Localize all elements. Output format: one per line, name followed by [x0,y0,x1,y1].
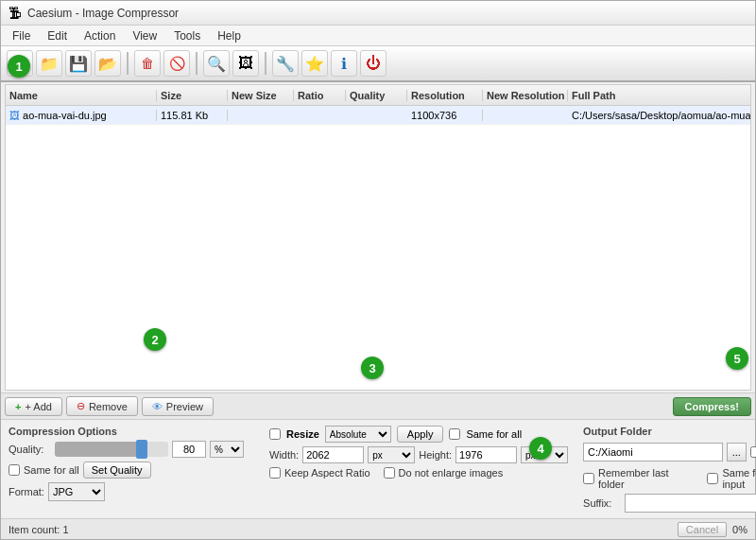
preview-btn[interactable]: 🔍 [203,50,230,77]
col-header-fullpath: Full Path [568,90,750,101]
toolbar-sep-3 [265,52,266,75]
output-title: Output Folder [583,426,756,437]
remove-circle-icon: ⊖ [77,400,85,412]
suffix-label: Suffix: [583,497,621,509]
power-btn[interactable]: ⏻ [360,50,387,77]
action-bar: + + Add ⊖ Remove 👁 Preview Compress! [1,393,755,420]
progress-area: Cancel 0% [678,522,747,537]
resize-same-all-check[interactable] [449,428,460,440]
same-for-all-label: Same for all [24,464,79,476]
col-header-size: Size [157,90,228,101]
add-icon: + [15,401,21,412]
progress-percent: 0% [732,524,747,535]
file-icon: 🖼 [9,110,23,121]
resize-section: Resize Absolute Apply Same for all Width… [269,426,568,513]
file-list-area: Name Size New Size Ratio Quality Resolut… [5,84,751,391]
toolbar-sep-2 [196,52,198,75]
cancel-button[interactable]: Cancel [678,522,727,537]
toolbar-sep-1 [127,52,129,75]
keep-structure-check[interactable] [750,446,756,458]
status-bar: Item count: 1 Cancel 0% [1,518,755,539]
image-btn[interactable]: 🖼 [232,50,259,77]
clear-btn[interactable]: 🚫 [163,50,190,77]
save-btn[interactable]: 💾 [65,50,92,77]
suffix-input[interactable] [625,494,756,513]
menu-view[interactable]: View [125,27,164,44]
menu-tools[interactable]: Tools [166,27,208,44]
open-file-btn[interactable]: 📁 [36,50,62,77]
col-header-newres: New Resolution [483,90,568,101]
remember-last-check[interactable] [583,473,594,484]
quality-label: Quality: [9,444,51,455]
col-header-ratio: Ratio [294,90,346,101]
keep-aspect-check[interactable] [269,467,281,479]
keep-aspect-label: Keep Aspect Ratio [284,467,370,479]
browse-button[interactable]: ... [727,443,746,462]
resize-same-label: Same for all [466,428,522,440]
width-unit-select[interactable]: px [368,446,415,463]
star-btn[interactable]: ⭐ [301,50,328,77]
settings-section: Compression Options Quality: % Same for … [1,420,755,518]
info-btn[interactable]: ℹ [331,50,357,77]
same-folder-check[interactable] [707,473,718,484]
height-label: Height: [419,449,452,461]
height-unit-select[interactable]: px [521,446,568,463]
add-button[interactable]: + + Add [5,397,62,416]
settings-btn[interactable]: 🔧 [272,50,299,77]
table-row[interactable]: 🖼 ao-mua-vai-du.jpg 115.81 Kb 1100x736 C… [6,106,750,125]
same-folder-label: Same folder as input [722,467,756,490]
col-header-resolution: Resolution [407,90,483,101]
file-size-cell: 115.81 Kb [157,110,228,121]
compression-title: Compression Options [9,426,254,437]
col-header-quality: Quality [346,90,407,101]
compression-options: Compression Options Quality: % Same for … [9,426,254,513]
format-select[interactable]: JPG PNG WEBP [48,482,105,501]
output-path-input[interactable] [583,443,723,462]
compress-button[interactable]: Compress! [673,397,751,416]
remove-btn[interactable]: 🗑 [134,50,161,77]
bottom-section: + + Add ⊖ Remove 👁 Preview Compress! Com… [1,392,755,539]
quality-unit-select[interactable]: % [210,441,244,458]
menu-action[interactable]: Action [77,27,123,44]
item-count: Item count: 1 [9,524,69,535]
menu-help[interactable]: Help [210,27,249,44]
set-quality-button[interactable]: Set Quality [83,462,151,479]
window-title: Caesium - Image Compressor [27,7,179,20]
menu-bar: File Edit Action View Tools Help [1,26,755,46]
toolbar: 📂 📁 💾 📂 🗑 🚫 🔍 🖼 🔧 ⭐ ℹ ⏻ [1,46,755,82]
app-icon: 🗜 [9,6,22,21]
no-enlarge-label: Do not enlarge images [399,467,504,479]
file-resolution-cell: 1100x736 [407,110,483,121]
remember-last-label: Remember last folder [598,467,694,490]
eye-icon: 👁 [152,401,163,412]
quality-number-input[interactable] [172,441,206,458]
col-header-name: Name [6,90,157,101]
resize-check[interactable] [269,428,281,440]
width-label: Width: [269,449,299,461]
format-label: Format: [9,486,44,497]
open2-btn[interactable]: 📂 [94,50,121,77]
preview-button[interactable]: 👁 Preview [142,397,214,416]
file-list-header: Name Size New Size Ratio Quality Resolut… [6,85,750,106]
resize-label: Resize [286,428,319,440]
file-list-body: 🖼 ao-mua-vai-du.jpg 115.81 Kb 1100x736 C… [6,106,750,390]
menu-file[interactable]: File [5,27,38,44]
height-input[interactable] [455,446,517,463]
resize-method-select[interactable]: Absolute [325,426,391,443]
output-section: Output Folder ... Keep Structure Remembe… [583,426,756,513]
file-fullpath-cell: C:/Users/sasa/Desktop/aomua/ao-mua-vai-d… [568,110,750,121]
col-header-newsize: New Size [228,90,294,101]
same-for-all-check[interactable] [9,464,20,476]
remove-button[interactable]: ⊖ Remove [66,396,138,416]
width-input[interactable] [302,446,364,463]
quality-slider[interactable] [55,442,168,457]
no-enlarge-check[interactable] [384,467,395,479]
file-name-cell: 🖼 ao-mua-vai-du.jpg [6,110,157,121]
menu-edit[interactable]: Edit [40,27,75,44]
open-folder-btn[interactable]: 📂 [7,50,33,77]
apply-resize-button[interactable]: Apply [397,426,444,443]
